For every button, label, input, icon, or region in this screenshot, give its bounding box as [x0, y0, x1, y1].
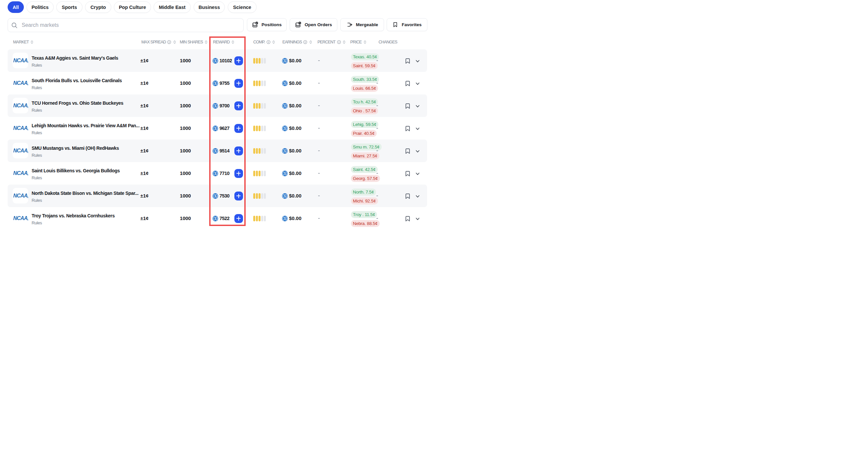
svg-text:$: $ [284, 171, 286, 175]
svg-text:$: $ [284, 104, 286, 108]
svg-text:$: $ [284, 59, 286, 63]
svg-text:$: $ [284, 126, 286, 130]
svg-text:$: $ [284, 81, 286, 85]
svg-text:$: $ [284, 149, 286, 153]
svg-text:$: $ [284, 194, 286, 198]
svg-text:$: $ [284, 217, 286, 220]
